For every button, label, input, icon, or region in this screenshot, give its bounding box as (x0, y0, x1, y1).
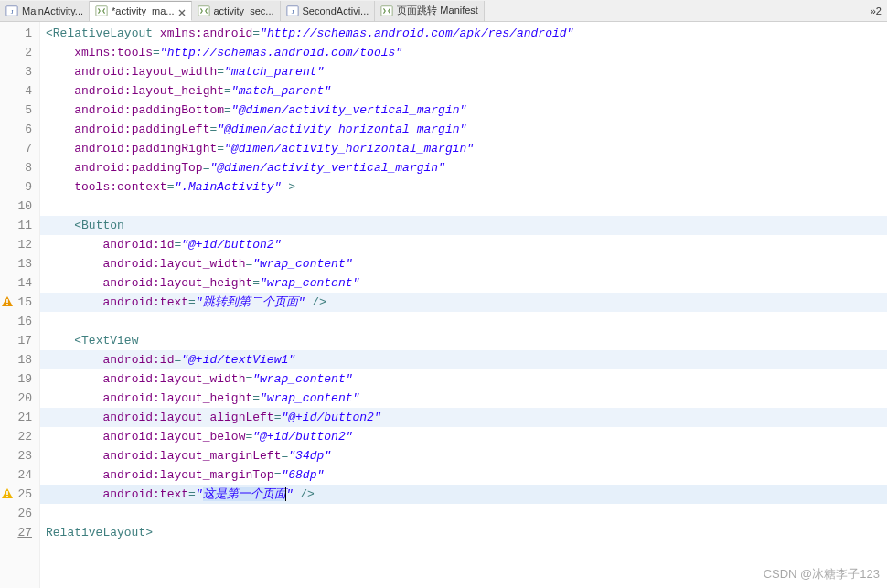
xml-attribute: android:layout_width (74, 65, 217, 79)
xml-value: "wrap_content" (252, 257, 352, 271)
line-number: 27 (0, 523, 39, 542)
line-number: 10 (0, 197, 39, 216)
code-line[interactable]: android:id="@+id/button2" (40, 235, 887, 254)
xml-value: "@dimen/activity_vertical_margin" (231, 103, 466, 117)
xml-value: "http://schemas.android.com/tools" (160, 46, 402, 59)
xml-value: ".MainActivity" (174, 180, 281, 194)
svg-rect-5 (198, 5, 208, 16)
editor-area: 1234567891011121314151617181920212223242… (0, 22, 887, 588)
code-line[interactable]: android:text="这是第一个页面" /> (40, 485, 887, 504)
xml-value: "@dimen/activity_vertical_margin" (209, 161, 444, 175)
code-line[interactable]: android:layout_width="wrap_content" (40, 254, 887, 273)
line-number: 20 (0, 389, 39, 408)
code-line[interactable]: android:layout_marginTop="68dp" (40, 465, 887, 485)
xml-attribute: android:text (102, 295, 188, 309)
code-line[interactable] (40, 504, 887, 523)
svg-text:J: J (291, 7, 294, 15)
line-number: 26 (0, 504, 39, 523)
line-number: 2 (0, 43, 39, 62)
editor-tab[interactable]: 页面跳转 Manifest (375, 1, 485, 21)
tab-label: 页面跳转 Manifest (397, 4, 478, 17)
line-number: 22 (0, 427, 39, 446)
xml-attribute: xmlns:tools (74, 46, 153, 59)
line-number: 13 (0, 254, 39, 273)
line-number: 4 (0, 81, 39, 101)
line-number: 11 (0, 216, 39, 235)
code-line[interactable]: android:paddingTop="@dimen/activity_vert… (40, 158, 887, 177)
line-number: 5 (0, 101, 39, 120)
xml-attribute: tools:context (74, 180, 166, 194)
code-line[interactable]: android:id="@+id/textView1" (40, 350, 887, 369)
code-line[interactable]: android:layout_height="wrap_content" (40, 389, 887, 408)
svg-rect-9 (6, 299, 8, 303)
xml-tag: RelativeLayout (46, 526, 145, 540)
code-line[interactable]: <TextView (40, 331, 887, 350)
svg-rect-8 (381, 5, 392, 16)
code-line[interactable]: android:layout_marginLeft="34dp" (40, 446, 887, 465)
line-number: 9 (0, 177, 39, 197)
xml-attribute: android:id (102, 238, 174, 251)
line-number: 6 (0, 120, 39, 139)
editor-tab[interactable]: activity_sec... (192, 1, 281, 21)
code-line[interactable]: android:layout_alignLeft="@+id/button2" (40, 408, 887, 427)
code-line[interactable]: android:layout_height="wrap_content" (40, 273, 887, 293)
editor-tab[interactable]: JSecondActivi... (281, 1, 376, 21)
code-line[interactable]: android:paddingBottom="@dimen/activity_v… (40, 101, 887, 120)
xml-attribute: android:id (102, 353, 174, 367)
line-number: 3 (0, 62, 39, 81)
xml-attribute: android:layout_height (102, 391, 252, 405)
code-line[interactable]: android:text="跳转到第二个页面" /> (40, 293, 887, 312)
xml-value: "wrap_content" (260, 391, 359, 405)
xml-attribute: android:layout_marginLeft (102, 449, 281, 463)
code-line[interactable]: android:layout_below="@+id/button2" (40, 427, 887, 446)
code-line[interactable]: android:layout_width="wrap_content" (40, 369, 887, 389)
line-number: 15 (0, 293, 39, 312)
xml-tag: RelativeLayout (53, 27, 153, 40)
line-number: 23 (0, 446, 39, 465)
editor-tab[interactable]: *activity_ma... (90, 1, 191, 21)
xml-value: "match_parent" (231, 84, 331, 98)
code-line[interactable] (40, 197, 887, 216)
code-line[interactable] (40, 312, 887, 331)
java-file-icon: J (286, 5, 299, 17)
editor-tab[interactable]: JMainActivity... (0, 1, 90, 21)
xml-value: "34dp" (288, 449, 331, 463)
xml-value: "@dimen/activity_horizontal_margin" (224, 142, 474, 155)
xml-value: "@+id/button2" (252, 430, 352, 444)
svg-rect-10 (6, 304, 8, 305)
line-number: 18 (0, 350, 39, 369)
xml-value: "@dimen/activity_horizontal_margin" (217, 123, 466, 136)
line-number: 7 (0, 139, 39, 158)
close-icon[interactable] (178, 7, 186, 15)
line-number-gutter: 1234567891011121314151617181920212223242… (0, 22, 40, 588)
line-number: 17 (0, 331, 39, 350)
tab-label: MainActivity... (22, 5, 83, 16)
svg-rect-2 (96, 5, 107, 16)
xml-attribute: android:text (102, 487, 188, 501)
code-line[interactable]: xmlns:tools="http://schemas.android.com/… (40, 43, 887, 62)
warning-icon (1, 487, 14, 500)
code-editor[interactable]: <RelativeLayout xmlns:android="http://sc… (40, 22, 887, 588)
xml-attribute: android:layout_height (74, 84, 224, 98)
code-line[interactable]: tools:context=".MainActivity" > (40, 177, 887, 197)
code-line[interactable]: android:paddingLeft="@dimen/activity_hor… (40, 120, 887, 139)
xml-value: "@+id/button2" (181, 238, 281, 251)
tabbar-overflow-indicator[interactable]: »2 (865, 5, 887, 16)
xml-attribute: android:paddingBottom (74, 103, 224, 117)
xml-value: "match_parent" (224, 65, 324, 79)
tab-label: *activity_ma... (112, 5, 174, 16)
line-number: 8 (0, 158, 39, 177)
code-line[interactable]: <Button (40, 216, 887, 235)
code-line[interactable]: android:layout_width="match_parent" (40, 62, 887, 81)
code-line[interactable]: android:paddingRight="@dimen/activity_ho… (40, 139, 887, 158)
line-number: 16 (0, 312, 39, 331)
xml-attribute: android:layout_width (102, 372, 245, 386)
xml-file-icon (95, 5, 108, 17)
xml-file-icon (380, 5, 393, 17)
xml-attribute: android:paddingLeft (74, 123, 209, 136)
code-line[interactable]: <RelativeLayout xmlns:android="http://sc… (40, 24, 887, 43)
editor-tabbar: JMainActivity...*activity_ma...activity_… (0, 0, 887, 22)
code-line[interactable]: RelativeLayout> (40, 523, 887, 542)
code-line[interactable]: android:layout_height="match_parent" (40, 81, 887, 101)
xml-tag: TextView (81, 334, 138, 347)
